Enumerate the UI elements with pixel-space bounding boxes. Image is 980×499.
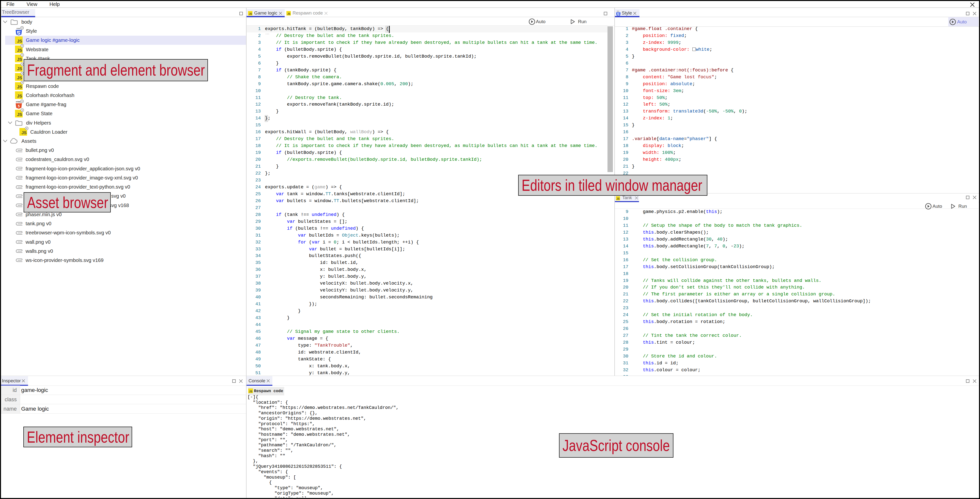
svg-text:5: 5 [18, 104, 20, 108]
